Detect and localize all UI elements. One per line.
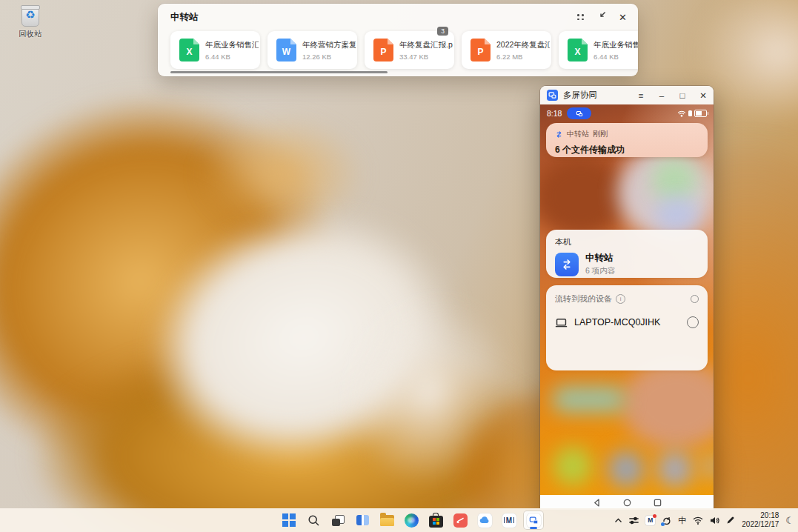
transfer-station-icon	[555, 253, 579, 276]
tray-date: 2022/12/17	[742, 520, 779, 529]
do-not-disturb-icon[interactable]: ☾	[785, 515, 794, 526]
transfer-panel-title: 中转站	[170, 11, 199, 24]
start-button[interactable]	[279, 511, 299, 530]
close-button[interactable]: ✕	[693, 86, 714, 104]
back-button[interactable]	[593, 499, 601, 507]
m-app-button[interactable]: M	[499, 511, 519, 530]
recycle-arrows-icon: ♻	[22, 9, 39, 20]
huawei-music-icon	[453, 513, 468, 528]
file-explorer-button[interactable]	[376, 511, 397, 530]
local-device-card: 本机 中转站 6 项内容	[546, 230, 708, 278]
recycle-bin-shortcut[interactable]: ♻ 回收站	[10, 7, 51, 39]
sync-tray-icon[interactable]	[662, 516, 671, 525]
file-card[interactable]: X 年底业务销售汇总... 6.44 KB	[170, 31, 260, 69]
transfer-station-entry[interactable]: 中转站 6 项内容	[555, 252, 699, 276]
transfer-station-panel: 中转站 ✕ X 年底业务销售汇总... 6.44 KB W 年终营销方案复盘..…	[158, 4, 638, 76]
bluetooth-icon	[688, 110, 692, 116]
device-name: LAPTOP-MCQ0JIHK	[574, 317, 660, 327]
task-view-icon	[332, 515, 345, 526]
screens-icon	[576, 110, 583, 117]
local-device-header: 本机	[555, 236, 699, 247]
widgets-button[interactable]	[352, 511, 373, 530]
multi-screen-collab-icon	[527, 513, 541, 528]
multi-screen-collab-app-icon	[547, 90, 558, 101]
horizontal-scrollbar[interactable]	[170, 71, 388, 73]
edge-browser-button[interactable]	[401, 511, 422, 530]
hidden-icons-button[interactable]	[614, 518, 622, 523]
device-radio[interactable]	[687, 316, 699, 328]
wallpaper-blur	[655, 196, 699, 233]
device-row[interactable]: LAPTOP-MCQ0JIHK	[555, 316, 699, 328]
wallpaper-blur	[651, 158, 697, 202]
file-card-list: X 年底业务销售汇总... 6.44 KB W 年终营销方案复盘... 12.2…	[170, 31, 638, 70]
transfer-icon	[555, 130, 563, 139]
wifi-tray-icon[interactable]	[693, 516, 703, 525]
store-bag-icon	[429, 516, 443, 528]
phone-nav-bar	[540, 495, 714, 510]
file-count-badge: 3	[437, 27, 448, 36]
cloud-icon	[478, 513, 492, 528]
huawei-cloud-button[interactable]	[474, 511, 495, 530]
collapse-icon	[596, 11, 606, 21]
volume-tray-icon[interactable]	[710, 516, 719, 525]
huawei-music-button[interactable]	[450, 511, 471, 530]
wifi-icon	[677, 110, 686, 117]
m-app-tray-icon[interactable]: M	[645, 516, 655, 525]
screens-icon	[548, 91, 556, 99]
file-card[interactable]: 3 P 年终复盘汇报.pptx 33.47 KB	[365, 31, 454, 69]
mixer-icon	[629, 516, 639, 525]
wallpaper-blur	[699, 453, 714, 479]
file-size: 12.26 KB	[302, 53, 356, 61]
window-menu-button[interactable]: ≡	[631, 86, 651, 104]
flow-devices-card: 流转到我的设备 i LAPTOP-MCQ0JIHK	[546, 285, 708, 370]
notification-time: 刚刚	[593, 129, 608, 139]
file-size: 6.44 KB	[593, 53, 638, 61]
excel-file-icon: X	[179, 39, 199, 61]
transfer-notification[interactable]: 中转站 刚刚 6 个文件传输成功	[546, 123, 708, 157]
word-file-icon: W	[276, 39, 296, 61]
phone-clock: 8:18	[547, 109, 562, 118]
screen-cast-pill[interactable]	[567, 107, 591, 119]
close-button[interactable]: ✕	[619, 13, 627, 22]
file-card[interactable]: X 年底业务销售汇... 6.44 KB	[559, 31, 638, 69]
task-view-button[interactable]	[327, 511, 348, 530]
search-button[interactable]	[303, 511, 324, 530]
file-card[interactable]: P 2022年终复盘汇... 6.22 MB	[462, 31, 551, 69]
system-tray: M 中	[614, 508, 794, 532]
wallpaper-blur	[540, 155, 629, 238]
wifi-icon	[693, 516, 703, 525]
notification-message: 6 个文件传输成功	[555, 144, 699, 156]
phone-status-bar: 8:18	[540, 104, 714, 122]
minimize-button[interactable]: –	[651, 86, 672, 104]
pen-tray-icon[interactable]	[726, 516, 735, 525]
taskbar-clock[interactable]: 20:18 2022/12/17	[742, 511, 779, 529]
input-language-indicator[interactable]: 中	[678, 515, 686, 526]
transfer-station-count: 6 项内容	[585, 266, 615, 276]
windows-logo-icon	[282, 513, 296, 527]
desktop: ♻ 回收站 中转站 ✕ X 年底业务销售汇总... 6.44 KB	[0, 0, 798, 532]
maximize-button[interactable]: □	[672, 86, 693, 104]
drag-handle-icon[interactable]	[577, 14, 584, 20]
taskbar: M	[0, 508, 798, 532]
wallpaper-blur	[621, 360, 714, 449]
file-card[interactable]: W 年终营销方案复盘... 12.26 KB	[267, 31, 357, 69]
audio-mixer-tray-icon[interactable]	[629, 516, 639, 525]
tray-time: 20:18	[742, 511, 779, 520]
recents-button[interactable]	[654, 499, 662, 507]
collapse-button[interactable]	[596, 10, 606, 24]
wallpaper-blur	[552, 386, 626, 413]
file-name: 年终复盘汇报.pptx	[399, 40, 453, 50]
multi-screen-collab-taskbar-button[interactable]	[523, 511, 544, 530]
file-name: 年终营销方案复盘...	[302, 40, 356, 50]
edge-icon	[405, 513, 419, 528]
excel-file-icon: X	[568, 39, 588, 61]
transfer-station-name: 中转站	[585, 252, 615, 265]
info-icon[interactable]: i	[616, 294, 625, 304]
wallpaper-blur	[553, 447, 592, 485]
radio-none[interactable]	[691, 295, 699, 303]
recycle-bin-icon: ♻	[21, 7, 39, 27]
speaker-icon	[710, 516, 719, 525]
home-button[interactable]	[623, 499, 631, 507]
battery-icon	[694, 110, 707, 117]
microsoft-store-button[interactable]	[425, 511, 446, 530]
